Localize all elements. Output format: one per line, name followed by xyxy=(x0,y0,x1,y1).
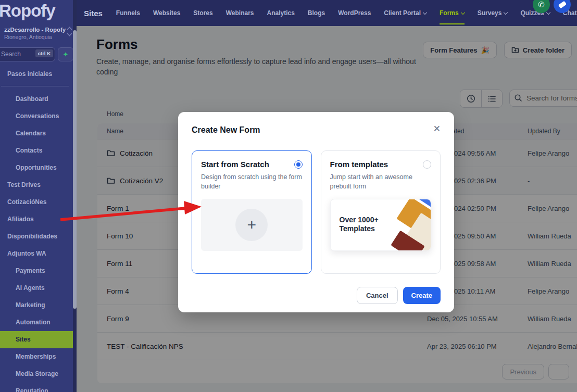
app-window: Sites Funnels Websites Stores Webinars A… xyxy=(0,0,577,392)
chevron-down-icon xyxy=(504,10,508,14)
modal-title: Create New Form xyxy=(192,125,260,135)
nav-item-surveys[interactable]: Surveys xyxy=(478,0,508,26)
sidebar-item-opportunities[interactable]: Opportunities xyxy=(0,159,77,176)
account-chevrons-icon[interactable] xyxy=(68,28,71,35)
sidebar-item-dashboard[interactable]: Dashboard xyxy=(0,91,77,108)
sidebar-divider xyxy=(1,86,69,86)
sidebar-item-automation[interactable]: Automation xyxy=(0,314,77,331)
sidebar-item-disponibilidades[interactable]: Disponibilidades xyxy=(0,228,77,245)
create-button[interactable]: Create xyxy=(403,287,441,304)
nav-item-forms[interactable]: Forms xyxy=(440,0,465,26)
chevron-down-icon xyxy=(460,10,465,14)
nav-item-websites[interactable]: Websites xyxy=(153,0,180,26)
option-title: Start from Scratch xyxy=(201,160,269,169)
templates-preview-image: Over 1000+ Templates xyxy=(330,199,432,251)
sidebar-item-afiliados[interactable]: Afiliados xyxy=(0,211,77,228)
sidebar-item-sites[interactable]: Sites xyxy=(0,331,73,348)
sidebar-scrollbar[interactable] xyxy=(73,0,77,392)
sidebar-item-memberships[interactable]: Memberships xyxy=(0,348,77,365)
nav-item-analytics[interactable]: Analytics xyxy=(267,0,295,26)
cancel-button[interactable]: Cancel xyxy=(357,287,398,304)
blank-form-preview[interactable]: + xyxy=(201,199,303,251)
sidebar: Ropofy zzDesarrollo - Ropofy Rionegro, A… xyxy=(0,0,77,392)
plus-icon: + xyxy=(235,209,268,241)
nav-item-client-portal[interactable]: Client Portal xyxy=(384,0,427,26)
option-from-templates[interactable]: From templates Jump start with an awesom… xyxy=(321,150,441,274)
chevron-down-icon xyxy=(423,10,427,14)
nav-item-webinars[interactable]: Webinars xyxy=(226,0,254,26)
sidebar-item-ai-agents[interactable]: AI Agents xyxy=(0,280,77,297)
shortcut-badge: ctrl K xyxy=(35,49,53,57)
option-description: Design from scratch using the form build… xyxy=(201,172,303,191)
radio-unselected-icon[interactable] xyxy=(423,160,431,169)
sidebar-item-pasos-iniciales[interactable]: Pasos iniciales xyxy=(0,66,77,83)
close-icon[interactable]: ✕ xyxy=(433,124,441,133)
sidebar-item-conversations[interactable]: Conversations xyxy=(0,108,77,125)
sidebar-item-test-drives[interactable]: Test Drives xyxy=(0,176,77,194)
option-start-from-scratch[interactable]: Start from Scratch Design from scratch u… xyxy=(192,150,312,274)
sidebar-item-contacts[interactable]: Contacts xyxy=(0,142,77,159)
sidebar-item-reputation[interactable]: Reputation xyxy=(0,383,77,392)
nav-section-title: Sites xyxy=(84,9,103,18)
create-new-form-modal: Create New Form ✕ Start from Scratch Des… xyxy=(178,112,454,312)
sidebar-item-payments[interactable]: Payments xyxy=(0,262,77,280)
option-description: Jump start with an awesome prebuilt form xyxy=(330,172,432,191)
nav-item-blogs[interactable]: Blogs xyxy=(308,0,325,26)
ai-spark-button[interactable]: ✦ xyxy=(58,47,73,61)
account-switcher[interactable]: zzDesarrollo - Ropofy Rionegro, Antioqui… xyxy=(0,24,77,46)
nav-item-stores[interactable]: Stores xyxy=(193,0,212,26)
ropofy-logo: Ropofy xyxy=(0,1,77,21)
sidebar-item-calendars[interactable]: Calendars xyxy=(0,125,77,142)
sidebar-item-adjuntos-wa[interactable]: Adjuntos WA xyxy=(0,245,77,262)
top-navigation: Sites Funnels Websites Stores Webinars A… xyxy=(77,0,577,26)
nav-item-funnels[interactable]: Funnels xyxy=(116,0,140,26)
account-name: zzDesarrollo - Ropofy xyxy=(4,26,66,34)
nav-item-wordpress[interactable]: WordPress xyxy=(338,0,371,26)
radio-selected-icon[interactable] xyxy=(294,160,303,169)
scrollbar-thumb[interactable] xyxy=(73,30,77,309)
app-badge-icon[interactable] xyxy=(554,0,571,13)
sidebar-item-cotizaciones[interactable]: CotizacióNes xyxy=(0,194,77,211)
sidebar-item-media-storage[interactable]: Media Storage xyxy=(0,365,77,383)
templates-count-label: Over 1000+ Templates xyxy=(340,216,392,233)
sidebar-item-marketing[interactable]: Marketing xyxy=(0,297,77,314)
phone-icon[interactable]: ✆ xyxy=(533,0,550,13)
account-location: Rionegro, Antioquia xyxy=(4,34,66,41)
option-title: From templates xyxy=(330,160,388,169)
